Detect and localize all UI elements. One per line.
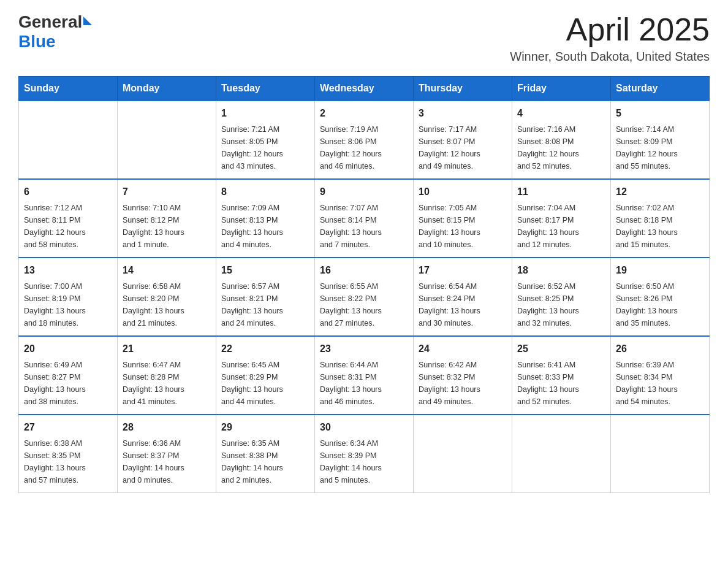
day-number: 9 <box>320 185 408 199</box>
location-title: Winner, South Dakota, United States <box>510 50 710 64</box>
day-info: Sunrise: 6:57 AM Sunset: 8:21 PM Dayligh… <box>221 280 309 329</box>
day-info: Sunrise: 7:09 AM Sunset: 8:13 PM Dayligh… <box>221 202 309 251</box>
day-info: Sunrise: 7:07 AM Sunset: 8:14 PM Dayligh… <box>320 202 408 251</box>
day-info: Sunrise: 6:49 AM Sunset: 8:27 PM Dayligh… <box>24 359 112 408</box>
day-number: 2 <box>320 106 408 121</box>
day-number: 1 <box>221 106 309 121</box>
column-header-wednesday: Wednesday <box>315 77 414 101</box>
day-info: Sunrise: 6:36 AM Sunset: 8:37 PM Dayligh… <box>123 437 211 486</box>
day-info: Sunrise: 7:12 AM Sunset: 8:11 PM Dayligh… <box>24 202 112 251</box>
day-number: 21 <box>123 342 211 356</box>
day-number: 13 <box>24 263 112 278</box>
day-number: 25 <box>517 342 605 356</box>
calendar-cell <box>118 101 216 179</box>
day-number: 12 <box>616 185 704 199</box>
column-header-tuesday: Tuesday <box>216 77 315 101</box>
day-number: 5 <box>616 106 704 121</box>
day-info: Sunrise: 6:39 AM Sunset: 8:34 PM Dayligh… <box>616 359 704 408</box>
month-title: April 2025 <box>510 12 710 47</box>
day-info: Sunrise: 7:04 AM Sunset: 8:17 PM Dayligh… <box>517 202 605 251</box>
day-info: Sunrise: 6:41 AM Sunset: 8:33 PM Dayligh… <box>517 359 605 408</box>
calendar-week-row: 6Sunrise: 7:12 AM Sunset: 8:11 PM Daylig… <box>19 179 710 258</box>
day-number: 19 <box>616 263 704 278</box>
calendar-cell: 17Sunrise: 6:54 AM Sunset: 8:24 PM Dayli… <box>414 258 512 336</box>
day-info: Sunrise: 6:34 AM Sunset: 8:39 PM Dayligh… <box>320 437 408 486</box>
day-number: 8 <box>221 185 309 199</box>
calendar-cell: 21Sunrise: 6:47 AM Sunset: 8:28 PM Dayli… <box>118 336 216 415</box>
day-info: Sunrise: 7:21 AM Sunset: 8:05 PM Dayligh… <box>221 123 309 172</box>
calendar-cell: 8Sunrise: 7:09 AM Sunset: 8:13 PM Daylig… <box>216 179 315 258</box>
day-info: Sunrise: 7:00 AM Sunset: 8:19 PM Dayligh… <box>24 280 112 329</box>
calendar-cell: 28Sunrise: 6:36 AM Sunset: 8:37 PM Dayli… <box>118 415 216 493</box>
calendar-cell: 9Sunrise: 7:07 AM Sunset: 8:14 PM Daylig… <box>315 179 414 258</box>
day-info: Sunrise: 6:54 AM Sunset: 8:24 PM Dayligh… <box>419 280 507 329</box>
calendar-cell: 25Sunrise: 6:41 AM Sunset: 8:33 PM Dayli… <box>512 336 611 415</box>
day-info: Sunrise: 6:44 AM Sunset: 8:31 PM Dayligh… <box>320 359 408 408</box>
day-number: 3 <box>419 106 507 121</box>
calendar-week-row: 27Sunrise: 6:38 AM Sunset: 8:35 PM Dayli… <box>19 415 710 493</box>
calendar-week-row: 13Sunrise: 7:00 AM Sunset: 8:19 PM Dayli… <box>19 258 710 336</box>
day-number: 11 <box>517 185 605 199</box>
day-info: Sunrise: 6:45 AM Sunset: 8:29 PM Dayligh… <box>221 359 309 408</box>
day-number: 10 <box>419 185 507 199</box>
calendar-header-row: SundayMondayTuesdayWednesdayThursdayFrid… <box>19 77 710 101</box>
calendar-cell: 16Sunrise: 6:55 AM Sunset: 8:22 PM Dayli… <box>315 258 414 336</box>
day-number: 23 <box>320 342 408 356</box>
day-info: Sunrise: 7:10 AM Sunset: 8:12 PM Dayligh… <box>123 202 211 251</box>
calendar-cell: 13Sunrise: 7:00 AM Sunset: 8:19 PM Dayli… <box>19 258 118 336</box>
calendar-cell: 24Sunrise: 6:42 AM Sunset: 8:32 PM Dayli… <box>414 336 512 415</box>
day-info: Sunrise: 6:55 AM Sunset: 8:22 PM Dayligh… <box>320 280 408 329</box>
day-number: 16 <box>320 263 408 278</box>
calendar-cell: 5Sunrise: 7:14 AM Sunset: 8:09 PM Daylig… <box>611 101 710 179</box>
day-number: 27 <box>24 420 112 435</box>
day-info: Sunrise: 6:35 AM Sunset: 8:38 PM Dayligh… <box>221 437 309 486</box>
calendar-cell <box>414 415 512 493</box>
day-info: Sunrise: 6:58 AM Sunset: 8:20 PM Dayligh… <box>123 280 211 329</box>
calendar-cell: 6Sunrise: 7:12 AM Sunset: 8:11 PM Daylig… <box>19 179 118 258</box>
logo: General Blue <box>18 12 92 52</box>
calendar-cell: 14Sunrise: 6:58 AM Sunset: 8:20 PM Dayli… <box>118 258 216 336</box>
calendar-week-row: 1Sunrise: 7:21 AM Sunset: 8:05 PM Daylig… <box>19 101 710 179</box>
calendar-cell: 23Sunrise: 6:44 AM Sunset: 8:31 PM Dayli… <box>315 336 414 415</box>
calendar-cell: 10Sunrise: 7:05 AM Sunset: 8:15 PM Dayli… <box>414 179 512 258</box>
day-number: 30 <box>320 420 408 435</box>
calendar-cell: 20Sunrise: 6:49 AM Sunset: 8:27 PM Dayli… <box>19 336 118 415</box>
calendar-cell <box>19 101 118 179</box>
day-number: 15 <box>221 263 309 278</box>
day-number: 24 <box>419 342 507 356</box>
day-number: 26 <box>616 342 704 356</box>
calendar-cell: 7Sunrise: 7:10 AM Sunset: 8:12 PM Daylig… <box>118 179 216 258</box>
calendar-cell: 11Sunrise: 7:04 AM Sunset: 8:17 PM Dayli… <box>512 179 611 258</box>
calendar-cell: 2Sunrise: 7:19 AM Sunset: 8:06 PM Daylig… <box>315 101 414 179</box>
calendar-cell: 1Sunrise: 7:21 AM Sunset: 8:05 PM Daylig… <box>216 101 315 179</box>
day-number: 17 <box>419 263 507 278</box>
day-info: Sunrise: 7:14 AM Sunset: 8:09 PM Dayligh… <box>616 123 704 172</box>
day-info: Sunrise: 6:42 AM Sunset: 8:32 PM Dayligh… <box>419 359 507 408</box>
calendar-table: SundayMondayTuesdayWednesdayThursdayFrid… <box>18 76 710 493</box>
day-number: 29 <box>221 420 309 435</box>
column-header-monday: Monday <box>118 77 216 101</box>
day-info: Sunrise: 6:47 AM Sunset: 8:28 PM Dayligh… <box>123 359 211 408</box>
calendar-cell: 19Sunrise: 6:50 AM Sunset: 8:26 PM Dayli… <box>611 258 710 336</box>
day-number: 4 <box>517 106 605 121</box>
column-header-friday: Friday <box>512 77 611 101</box>
column-header-sunday: Sunday <box>19 77 118 101</box>
day-number: 7 <box>123 185 211 199</box>
day-number: 6 <box>24 185 112 199</box>
day-number: 22 <box>221 342 309 356</box>
logo-general-text: General <box>18 12 82 32</box>
page-header: General Blue April 2025 Winner, South Da… <box>18 12 710 64</box>
day-info: Sunrise: 6:52 AM Sunset: 8:25 PM Dayligh… <box>517 280 605 329</box>
calendar-cell: 15Sunrise: 6:57 AM Sunset: 8:21 PM Dayli… <box>216 258 315 336</box>
day-info: Sunrise: 7:16 AM Sunset: 8:08 PM Dayligh… <box>517 123 605 172</box>
calendar-cell: 29Sunrise: 6:35 AM Sunset: 8:38 PM Dayli… <box>216 415 315 493</box>
calendar-cell: 12Sunrise: 7:02 AM Sunset: 8:18 PM Dayli… <box>611 179 710 258</box>
calendar-cell: 18Sunrise: 6:52 AM Sunset: 8:25 PM Dayli… <box>512 258 611 336</box>
calendar-cell: 27Sunrise: 6:38 AM Sunset: 8:35 PM Dayli… <box>19 415 118 493</box>
day-number: 28 <box>123 420 211 435</box>
calendar-cell: 4Sunrise: 7:16 AM Sunset: 8:08 PM Daylig… <box>512 101 611 179</box>
day-info: Sunrise: 7:05 AM Sunset: 8:15 PM Dayligh… <box>419 202 507 251</box>
day-number: 18 <box>517 263 605 278</box>
day-info: Sunrise: 7:17 AM Sunset: 8:07 PM Dayligh… <box>419 123 507 172</box>
day-info: Sunrise: 6:38 AM Sunset: 8:35 PM Dayligh… <box>24 437 112 486</box>
